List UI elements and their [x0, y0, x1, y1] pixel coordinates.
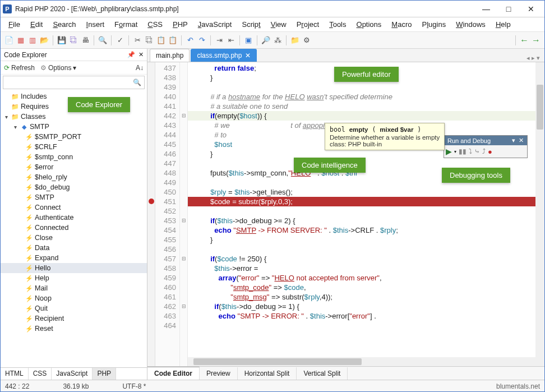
breakpoint-icon[interactable] [149, 199, 154, 204]
nav-forward-icon[interactable]: → [531, 35, 541, 45]
sidebar-search-input[interactable] [3, 79, 130, 86]
print-icon[interactable]: 🖶 [80, 35, 90, 45]
menu-php[interactable]: PHP [168, 19, 192, 30]
spellcheck-icon[interactable]: ✓ [115, 35, 125, 45]
sb-tab-php[interactable]: PHP [93, 368, 116, 380]
menu-insert[interactable]: Insert [82, 19, 109, 30]
debug-close-icon[interactable]: ✕ [519, 137, 524, 144]
menu-search[interactable]: Search [48, 19, 80, 30]
nav-back-icon[interactable]: ← [519, 35, 529, 45]
tree-member[interactable]: ⚡$do_debug [1, 182, 147, 192]
redo-icon[interactable]: ↷ [197, 35, 207, 45]
tab-main[interactable]: main.php [150, 49, 190, 62]
menu-plugins[interactable]: Plugins [417, 19, 450, 30]
search-icon[interactable]: 🔍 [130, 79, 144, 86]
tab-close-icon[interactable]: ✕ [245, 52, 251, 59]
debug-step-out-icon[interactable]: ⤴ [482, 147, 486, 155]
menu-tools[interactable]: Tools [325, 19, 350, 30]
menu-macro[interactable]: Macro [387, 19, 416, 30]
tree-member[interactable]: ⚡Data [1, 243, 147, 253]
menu-script[interactable]: Script [237, 19, 265, 30]
menu-project[interactable]: Project [292, 19, 324, 30]
tree-member[interactable]: ⚡Recipient [1, 313, 147, 324]
pin-icon[interactable]: 📌 [127, 51, 135, 58]
options-button[interactable]: ⚙ Options ▾ [40, 64, 76, 72]
new-file-icon[interactable]: 📄 [4, 35, 14, 45]
debug-dropdown-icon[interactable]: ▾ [512, 137, 515, 144]
clipboard-icon[interactable]: 📋 [168, 35, 178, 45]
menu-view[interactable]: View [266, 19, 291, 30]
copy-icon[interactable]: ⿻ [144, 35, 154, 45]
sort-button[interactable]: A↓ [136, 64, 144, 72]
tree-member[interactable]: ⚡$CRLF [1, 142, 147, 152]
menu-format[interactable]: Format [110, 19, 142, 30]
tree-member[interactable]: ⚡Mail [1, 283, 147, 293]
settings-icon[interactable]: ⚙ [302, 35, 312, 45]
search-icon[interactable]: 🔍 [98, 35, 108, 45]
tree-member[interactable]: ⚡$SMTP_PORT [1, 132, 147, 142]
scrollbar-vertical[interactable] [535, 62, 544, 366]
menu-file[interactable]: File [4, 19, 25, 30]
tree-member[interactable]: ⚡Quit [1, 303, 147, 313]
btab-preview[interactable]: Preview [200, 367, 238, 380]
tree-member[interactable]: ⚡Noop [1, 293, 147, 303]
refresh-button[interactable]: ⟳ Refresh [4, 64, 35, 72]
tree-classes[interactable]: ▾📁Classes [1, 112, 147, 122]
open-icon[interactable]: 📂 [39, 35, 49, 45]
undo-icon[interactable]: ↶ [185, 35, 195, 45]
new-css-icon[interactable]: ▥ [27, 35, 38, 45]
debug-record-icon[interactable]: ● [488, 147, 492, 156]
sidebar-close-icon[interactable]: ✕ [138, 51, 144, 58]
menu-edit[interactable]: Edit [26, 19, 47, 30]
debug-pause-icon[interactable]: ▮▮ [459, 147, 467, 155]
sb-tab-js[interactable]: JavaScript [52, 368, 93, 380]
close-button[interactable]: ✕ [520, 1, 542, 17]
menu-windows[interactable]: Windows [451, 19, 490, 30]
btab-hsplit[interactable]: Horizontal Split [238, 367, 297, 380]
find-replace-icon[interactable]: ⁂ [272, 35, 283, 45]
scrollbar-horizontal[interactable] [188, 357, 535, 366]
debug-step-over-icon[interactable]: ⤵ [469, 147, 472, 155]
sidebar-search[interactable]: 🔍 [3, 76, 145, 89]
new-html-icon[interactable]: ▦ [16, 35, 26, 45]
tree-member[interactable]: ⚡Connect [1, 202, 147, 213]
maximize-button[interactable]: □ [497, 1, 520, 17]
save-all-icon[interactable]: ⿻ [68, 35, 78, 45]
tree-smtp[interactable]: ▾◆SMTP [1, 122, 147, 132]
debug-play-icon[interactable]: ▶ [446, 147, 452, 156]
debug-panel[interactable]: Run and Debug▾ ✕ ▶▾ ▮▮ ⤵ ⤷ ⤴ ● [444, 135, 528, 158]
menu-options[interactable]: Options [352, 19, 386, 30]
tree-member[interactable]: ⚡Close [1, 233, 147, 243]
breakpoint-ruler[interactable] [147, 62, 155, 366]
btab-code[interactable]: Code Editor [147, 367, 200, 380]
menu-javascript[interactable]: JavaScript [193, 19, 237, 30]
outdent-icon[interactable]: ⇤ [226, 35, 236, 45]
tree-member[interactable]: ⚡Help [1, 273, 147, 283]
debug-step-into-icon[interactable]: ⤷ [474, 147, 480, 155]
tree-member[interactable]: ⚡$helo_rply [1, 172, 147, 182]
tree-member[interactable]: ⚡Expand [1, 253, 147, 263]
tree-member[interactable]: ⚡Connected [1, 223, 147, 233]
save-icon[interactable]: 💾 [57, 35, 67, 45]
code-view[interactable]: return false; } # if a hostname for the … [188, 62, 544, 366]
tree-member[interactable]: ⚡Reset [1, 324, 147, 334]
panel-icon[interactable]: ▣ [243, 35, 253, 45]
find-icon[interactable]: 🔎 [261, 35, 271, 45]
indent-icon[interactable]: ⇥ [214, 35, 224, 45]
tabs-nav[interactable]: ◂ ▸ ▾ [522, 54, 544, 62]
minimize-button[interactable]: — [475, 1, 497, 17]
sb-tab-html[interactable]: HTML [1, 368, 29, 380]
paste-icon[interactable]: 📋 [156, 35, 166, 45]
tree-member[interactable]: ⚡SMTP [1, 192, 147, 202]
tab-active[interactable]: class.smtp.php✕ [191, 49, 257, 62]
menu-help[interactable]: Help [491, 19, 515, 30]
btab-vsplit[interactable]: Vertical Split [297, 367, 348, 380]
tree-member[interactable]: ⚡$error [1, 162, 147, 172]
fold-column[interactable]: ⊟ ⊟ ⊟ ⊟ [180, 62, 188, 366]
tree-member-selected[interactable]: ⚡Hello [1, 263, 147, 273]
tree-member[interactable]: ⚡Authenticate [1, 213, 147, 223]
sb-tab-css[interactable]: CSS [29, 368, 52, 380]
tree-member[interactable]: ⚡$smtp_conn [1, 152, 147, 162]
cut-icon[interactable]: ✂ [132, 35, 142, 45]
menu-css[interactable]: CSS [143, 19, 167, 30]
